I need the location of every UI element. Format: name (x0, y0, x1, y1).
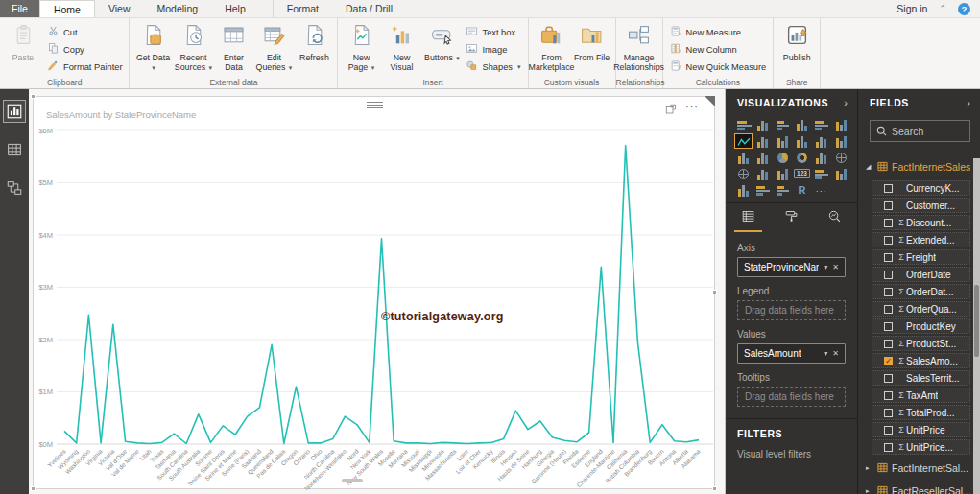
remove-field-icon[interactable]: ✕ (832, 263, 839, 271)
model-view-icon[interactable] (4, 177, 25, 199)
field-checkbox[interactable] (884, 219, 893, 227)
line-chart-icon[interactable] (735, 134, 752, 148)
report-canvas[interactable]: $0M$1M$2M$3M$4M$5M$6MYvelinesWyomingWash… (29, 89, 725, 494)
new-quick-measure-button[interactable]: New Quick Measure (667, 59, 770, 75)
remove-field-icon[interactable]: ✕ (832, 349, 839, 358)
tab-analytics[interactable] (827, 209, 842, 227)
tab-home[interactable]: Home (39, 0, 95, 17)
field-productst[interactable]: ΣProductSt... (872, 336, 970, 351)
field-checkbox[interactable] (884, 184, 893, 193)
tab-format[interactable]: Format (273, 0, 332, 17)
chevron-down-icon[interactable]: ▾ (824, 349, 827, 358)
well-values-field[interactable]: SalesAmount▾✕ (737, 343, 846, 364)
table-icon[interactable] (754, 183, 771, 197)
donut-chart-icon[interactable] (794, 151, 810, 164)
waterfall-chart-icon[interactable] (735, 151, 752, 164)
tab-help[interactable]: Help (211, 0, 259, 17)
tab-format[interactable] (784, 209, 799, 227)
matrix-icon[interactable] (775, 183, 791, 197)
new-column-button[interactable]: New Column (667, 41, 770, 58)
r-script-visual-icon[interactable]: R (794, 183, 810, 197)
field-salesamo[interactable]: ✓ΣSalesAmo... (872, 353, 970, 368)
paste-button[interactable]: Paste (4, 20, 42, 74)
field-discount[interactable]: ΣDiscount... (872, 215, 970, 230)
scatter-chart-icon[interactable] (754, 151, 771, 164)
field-checkbox[interactable]: ✓ (884, 357, 893, 365)
sign-in-button[interactable]: Sign in (896, 3, 927, 14)
field-unitprice[interactable]: ΣUnitPrice... (872, 439, 970, 455)
table-factresellersal[interactable]: ▸FactResellerSal... (864, 480, 974, 494)
focus-mode-icon[interactable] (665, 102, 677, 119)
field-checkbox[interactable] (884, 236, 893, 245)
field-productkey[interactable]: ProductKey (872, 318, 970, 334)
tab-fields[interactable] (741, 209, 755, 227)
well-axis-field[interactable]: StateProvinceName▾✕ (737, 257, 846, 277)
map-icon[interactable] (833, 151, 849, 164)
resize-handle-e[interactable] (712, 290, 717, 294)
enter-data-button[interactable]: Enter Data (214, 20, 252, 74)
pie-chart-icon[interactable] (775, 151, 791, 164)
field-totalprod[interactable]: ΣTotalProd... (872, 405, 970, 420)
collapse-arrow-icon[interactable]: ▸ (866, 487, 873, 494)
drag-grip-icon[interactable] (367, 102, 383, 108)
image-button[interactable]: Image (463, 41, 523, 58)
line-and-clustered-column-chart-icon[interactable] (794, 134, 810, 148)
stacked-column-chart-icon[interactable] (754, 118, 771, 131)
line-chart-visual[interactable]: $0M$1M$2M$3M$4M$5M$6MYvelinesWyomingWash… (33, 96, 715, 489)
help-icon[interactable]: ? (958, 3, 970, 15)
field-checkbox[interactable] (884, 391, 893, 400)
100-stacked-column-chart-icon[interactable] (833, 118, 849, 131)
field-extended[interactable]: ΣExtended... (872, 232, 970, 247)
shapes-button[interactable]: Shapes▾ (463, 59, 523, 75)
well-legend-dropzone[interactable]: Drag data fields here (737, 300, 846, 320)
more-options-icon[interactable]: ··· (813, 183, 829, 197)
field-taxamt[interactable]: ΣTaxAmt (872, 388, 970, 403)
collapse-pane-icon[interactable]: › (844, 97, 848, 108)
x-axis-scrollbar[interactable] (342, 479, 363, 482)
field-checkbox[interactable] (884, 426, 893, 435)
field-search[interactable] (870, 120, 970, 142)
tab-data-drill[interactable]: Data / Drill (332, 0, 406, 17)
data-view-icon[interactable] (4, 139, 25, 160)
field-unitprice[interactable]: ΣUnitPrice (872, 422, 970, 437)
text-box-button[interactable]: Text box (463, 24, 523, 40)
field-checkbox[interactable] (884, 340, 893, 348)
more-options-icon[interactable]: ··· (685, 102, 699, 119)
copy-button[interactable]: Copy (44, 41, 125, 58)
expand-arrow-icon[interactable]: ◢ (866, 163, 873, 171)
new-page-button[interactable]: New Page ▾ (342, 20, 380, 74)
filled-map-icon[interactable] (735, 167, 752, 180)
ribbon-chart-icon[interactable] (833, 134, 849, 148)
stacked-area-chart-icon[interactable] (775, 134, 791, 148)
field-orderqua[interactable]: ΣOrderQua... (872, 301, 970, 317)
field-salesterrit[interactable]: SalesTerrit... (872, 370, 970, 386)
collapse-arrow-icon[interactable]: ▸ (866, 464, 873, 472)
field-freight[interactable]: ΣFreight (872, 249, 970, 265)
stacked-bar-chart-icon[interactable] (735, 118, 752, 131)
get-data-button[interactable]: Get Data ▾ (133, 20, 172, 74)
kpi-icon[interactable] (833, 167, 849, 180)
multi-row-card-icon[interactable] (813, 167, 829, 180)
cut-button[interactable]: Cut (44, 24, 125, 40)
card-icon[interactable]: 123 (794, 167, 810, 180)
buttons-button[interactable]: Buttons ▾ (422, 20, 461, 74)
edit-queries-button[interactable]: Edit Queries ▾ (254, 20, 293, 74)
manage-relationships-button[interactable]: Manage Relationships (620, 20, 658, 74)
field-checkbox[interactable] (884, 305, 893, 314)
field-checkbox[interactable] (884, 253, 893, 262)
tab-view[interactable]: View (95, 0, 144, 17)
collapse-ribbon-icon[interactable]: ⌃ (939, 4, 946, 13)
chevron-down-icon[interactable]: ▾ (824, 263, 827, 271)
tab-file[interactable]: File (0, 0, 39, 17)
fields-scrollbar[interactable] (973, 158, 980, 494)
field-checkbox[interactable] (884, 443, 893, 452)
new-visual-button[interactable]: New Visual (382, 20, 420, 74)
treemap-icon[interactable] (813, 151, 829, 164)
field-checkbox[interactable] (884, 288, 893, 296)
refresh-button[interactable]: Refresh (295, 20, 333, 74)
tab-modeling[interactable]: Modeling (144, 0, 212, 17)
resize-handle-se[interactable] (712, 486, 717, 491)
collapse-pane-icon[interactable]: › (967, 97, 970, 108)
from-file-button[interactable]: From File (573, 20, 611, 74)
field-checkbox[interactable] (884, 374, 893, 383)
